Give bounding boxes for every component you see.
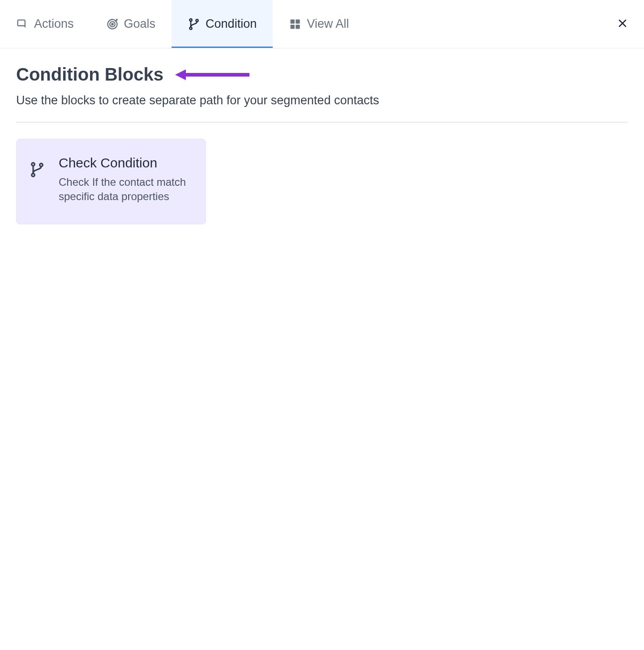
- close-icon: [617, 18, 628, 30]
- svg-point-4: [190, 19, 192, 21]
- tab-actions[interactable]: Actions: [0, 0, 90, 48]
- close-button[interactable]: [615, 17, 630, 31]
- content-area: Condition Blocks Use the blocks to creat…: [0, 48, 644, 224]
- header-row: Condition Blocks: [16, 64, 628, 85]
- tab-goals[interactable]: Goals: [90, 0, 172, 48]
- block-title: Check Condition: [59, 155, 193, 171]
- goal-icon: [106, 18, 119, 30]
- svg-point-11: [32, 163, 35, 166]
- branch-icon: [29, 162, 45, 178]
- blocks-area: Check Condition Check If the contact mat…: [16, 139, 628, 224]
- svg-rect-10: [296, 25, 300, 29]
- svg-rect-9: [291, 25, 295, 29]
- tab-label: Actions: [34, 17, 74, 31]
- tab-label: Condition: [206, 17, 257, 31]
- svg-rect-7: [291, 19, 295, 23]
- tab-label: Goals: [124, 17, 156, 31]
- branch-icon: [188, 18, 200, 30]
- svg-point-5: [196, 19, 198, 21]
- block-text: Check Condition Check If the contact mat…: [59, 155, 193, 204]
- svg-rect-8: [296, 19, 300, 23]
- block-description: Check If the contact match specific data…: [59, 175, 193, 204]
- svg-point-6: [190, 27, 192, 29]
- svg-point-12: [40, 163, 43, 167]
- page-subtitle: Use the blocks to create separate path f…: [16, 94, 628, 123]
- grid-icon: [289, 18, 301, 30]
- svg-point-13: [32, 174, 35, 177]
- tab-label: View All: [307, 17, 349, 31]
- arrow-left-icon: [174, 68, 250, 81]
- svg-point-3: [112, 23, 113, 25]
- tabs-bar: Actions Goals: [0, 0, 644, 48]
- action-icon: [16, 18, 29, 30]
- svg-rect-0: [18, 20, 25, 26]
- tab-condition[interactable]: Condition: [172, 0, 273, 48]
- page-title: Condition Blocks: [16, 64, 163, 85]
- tabs-list: Actions Goals: [0, 0, 365, 48]
- tab-view-all[interactable]: View All: [273, 0, 365, 48]
- block-check-condition[interactable]: Check Condition Check If the contact mat…: [16, 139, 206, 224]
